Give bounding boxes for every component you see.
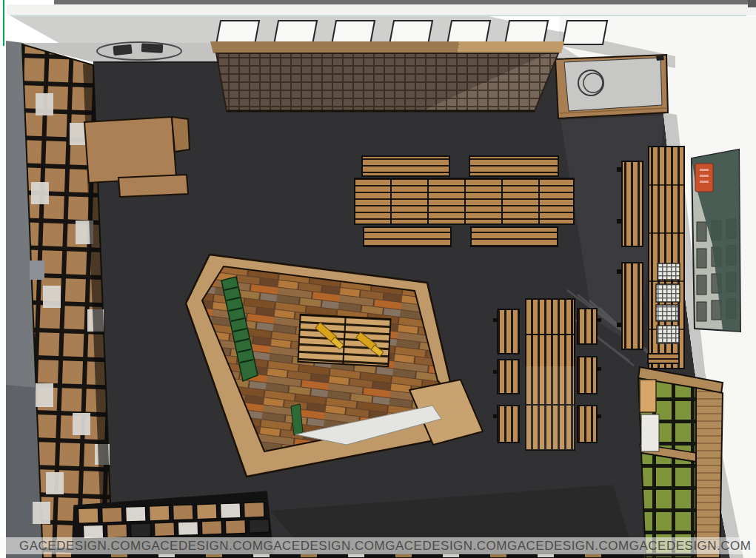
top-light-band [0, 4, 756, 16]
wall-bench [622, 161, 643, 246]
lattice-rail-right [458, 41, 564, 53]
top-dark-bar [54, 0, 756, 4]
bench [498, 406, 519, 443]
bench [364, 227, 451, 246]
seat [113, 44, 132, 56]
skylight-window [332, 21, 375, 44]
bench [578, 309, 597, 344]
poster-accent-glyphs [700, 169, 709, 183]
glass-edge-line [10, 15, 746, 16]
bench [469, 156, 558, 176]
top-dark-bar-end [748, 0, 756, 7]
lattice-screen-group [210, 41, 564, 111]
skylight-window [505, 21, 548, 44]
locker-tan-cells [640, 380, 656, 412]
basin-cabinet-group [555, 55, 668, 118]
display-pallet-group [298, 315, 390, 366]
desk-top [84, 117, 176, 183]
axis-line-green [3, 0, 4, 46]
top-edge-bars [0, 0, 756, 16]
locker-white-cell [641, 414, 659, 451]
watermark-text: GACEDESIGN.COM [19, 539, 141, 554]
bench [471, 227, 558, 246]
skylight-window [274, 21, 317, 44]
desk-extension [118, 175, 188, 197]
table-light [526, 366, 575, 450]
watermark-text: GACEDESIGN.COM [629, 539, 752, 554]
watermark-text: GACEDESIGN.COM [141, 539, 264, 554]
locker-group [638, 367, 723, 558]
bench [578, 406, 597, 443]
bench [498, 360, 519, 394]
seat [141, 43, 164, 53]
locker-side-panel [696, 388, 723, 558]
watermark-bar: GACEDESIGN.COM GACEDESIGN.COM GACEDESIGN… [0, 537, 756, 554]
cabinet-notch [656, 56, 664, 61]
slat-shelf-piece [648, 354, 679, 363]
skylight-window [389, 21, 432, 44]
wall-bench [622, 263, 643, 349]
bench [362, 156, 449, 176]
skylight-window [563, 21, 607, 44]
render-canvas: GACEDESIGN.COM GACEDESIGN.COM GACEDESIGN… [0, 0, 756, 558]
left-white-strip [0, 0, 7, 558]
lattice-rail-left [210, 41, 459, 53]
table-group-right [493, 299, 601, 450]
wall-poster-group [692, 149, 740, 332]
skylight-window [447, 21, 490, 44]
interior-render [0, 0, 756, 558]
bench [498, 309, 519, 354]
bookshelf-gray-cell [30, 260, 44, 280]
watermark-text: GACEDESIGN.COM [385, 539, 507, 554]
bench [578, 357, 597, 394]
skylight-window [216, 21, 259, 44]
desk-step [172, 117, 190, 152]
watermark-text: GACEDESIGN.COM [264, 539, 386, 554]
poster-accent-square [695, 164, 713, 192]
watermark-text: GACEDESIGN.COM [507, 539, 629, 554]
